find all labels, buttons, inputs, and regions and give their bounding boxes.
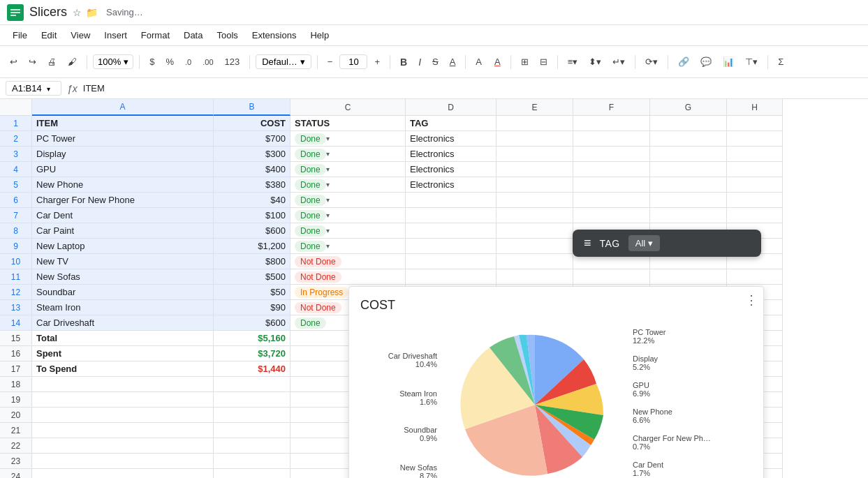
cell-C11[interactable]: Not Done [290,269,406,285]
italic-button[interactable]: I [414,54,425,70]
menu-extensions[interactable]: Extensions [245,27,304,43]
cell-B15[interactable]: $5,160 [214,331,290,346]
cell-empty[interactable] [573,193,650,208]
cell-A12[interactable]: Soundbar [32,285,214,300]
rotate-button[interactable]: ⟳▾ [641,54,662,70]
cell-B23[interactable] [214,454,290,469]
status-dropdown-arrow[interactable]: ▾ [326,135,330,142]
cell-B19[interactable] [214,392,290,408]
cell-empty[interactable] [573,116,650,131]
cell-B3[interactable]: $300 [214,147,290,162]
col-header-F[interactable]: F [573,99,650,116]
cell-empty[interactable] [650,147,727,162]
cell-B21[interactable] [214,423,290,438]
borders-button[interactable]: ⊞ [517,54,533,70]
cell-D8[interactable] [406,223,496,239]
percent-button[interactable]: % [161,54,178,70]
col-header-E[interactable]: E [496,99,573,116]
cell-empty[interactable] [727,147,783,162]
cell-A16[interactable]: Spent [32,346,214,361]
cell-A21[interactable] [32,423,214,438]
cell-A9[interactable]: New Laptop [32,239,214,254]
cell-C3[interactable]: Done▾ [290,147,406,162]
cell-empty[interactable] [650,131,727,147]
cell-B22[interactable] [214,438,290,454]
wrap-button[interactable]: ↵▾ [608,54,629,70]
function-button[interactable]: Σ [774,54,788,70]
menu-tools[interactable]: Tools [209,27,244,43]
chart-button[interactable]: 📊 [719,54,738,70]
cell-B12[interactable]: $50 [214,285,290,300]
cell-B20[interactable] [214,408,290,423]
status-dropdown-arrow[interactable]: ▾ [326,150,330,158]
cell-D10[interactable] [406,254,496,269]
cell-empty[interactable] [496,239,573,254]
menu-help[interactable]: Help [303,27,336,43]
cell-B7[interactable]: $100 [214,208,290,223]
cell-B9[interactable]: $1,200 [214,239,290,254]
dec-decrease-button[interactable]: .00 [198,55,217,69]
cell-empty[interactable] [496,269,573,285]
cell-C10[interactable]: Not Done [290,254,406,269]
col-header-C[interactable]: C [290,99,406,116]
font-size-display[interactable]: 10 [339,54,367,69]
align-button[interactable]: ≡▾ [564,54,582,70]
cell-empty[interactable] [573,147,650,162]
cell-A19[interactable] [32,392,214,408]
cell-A14[interactable]: Car Driveshaft [32,315,214,331]
print-button[interactable]: 🖨 [43,54,61,70]
cell-B8[interactable]: $600 [214,223,290,239]
cell-D1[interactable]: TAG [406,116,496,131]
cell-empty[interactable] [650,208,727,223]
cell-A20[interactable] [32,408,214,423]
cell-empty[interactable] [573,162,650,177]
cell-B6[interactable]: $40 [214,193,290,208]
currency-button[interactable]: $ [145,54,159,70]
cell-D2[interactable]: Electronics [406,131,496,147]
status-dropdown-arrow[interactable]: ▾ [326,227,330,234]
col-header-B[interactable]: B [214,99,290,116]
cell-B2[interactable]: $700 [214,131,290,147]
font-size-decrease-button[interactable]: − [323,54,337,70]
cell-reference[interactable]: A1:B14 ▾ [6,81,61,96]
cell-A2[interactable]: PC Tower [32,131,214,147]
cell-C6[interactable]: Done▾ [290,193,406,208]
cell-empty[interactable] [496,177,573,193]
cell-D6[interactable] [406,193,496,208]
zoom-control[interactable]: 100% ▾ [93,54,133,69]
merge-button[interactable]: ⊟ [536,54,552,70]
status-dropdown-arrow[interactable]: ▾ [326,211,330,219]
link-button[interactable]: 🔗 [674,54,693,70]
cell-A15[interactable]: Total [32,331,214,346]
col-header-H[interactable]: H [727,99,783,116]
cell-empty[interactable] [650,116,727,131]
cell-D5[interactable]: Electronics [406,177,496,193]
underline-button[interactable]: A [446,54,460,70]
cell-B18[interactable] [214,377,290,392]
valign-button[interactable]: ⬍▾ [584,54,605,70]
chart-more-button[interactable]: ⋮ [745,292,758,308]
cell-empty[interactable] [727,131,783,147]
cell-B17[interactable]: $1,440 [214,361,290,377]
cell-empty[interactable] [573,208,650,223]
menu-edit[interactable]: Edit [34,27,64,43]
cell-C5[interactable]: Done▾ [290,177,406,193]
cell-B24[interactable] [214,469,290,478]
cell-empty[interactable] [573,131,650,147]
cell-empty[interactable] [727,193,783,208]
col-header-G[interactable]: G [650,99,727,116]
cell-B1[interactable]: COST [214,116,290,131]
cell-A10[interactable]: New TV [32,254,214,269]
cell-A13[interactable]: Steam Iron [32,300,214,315]
folder-icon[interactable]: 📁 [86,7,98,18]
cell-B16[interactable]: $3,720 [214,346,290,361]
cell-A11[interactable]: New Sofas [32,269,214,285]
cell-A22[interactable] [32,438,214,454]
col-header-D[interactable]: D [406,99,496,116]
font-style-dropdown[interactable]: Defaul… ▾ [256,54,311,69]
cell-empty[interactable] [496,193,573,208]
cell-empty[interactable] [727,116,783,131]
cell-empty[interactable] [727,208,783,223]
cell-empty[interactable] [650,177,727,193]
slicer-widget[interactable]: ≡ TAG All ▾ [573,230,761,257]
